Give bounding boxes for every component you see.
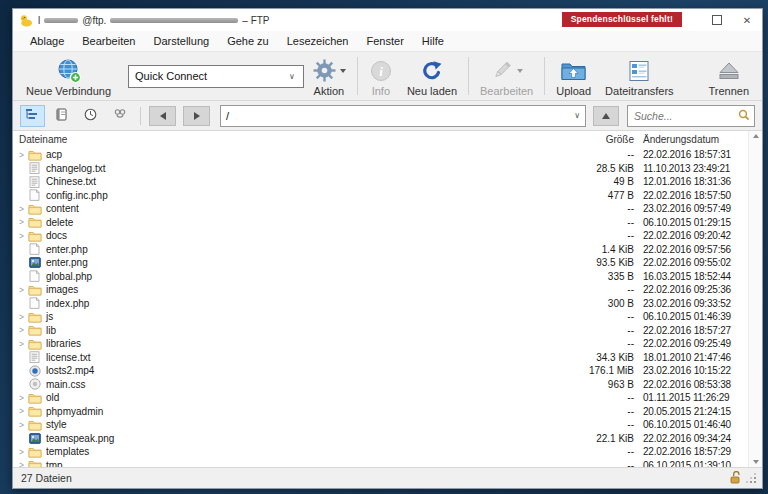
- action-button[interactable]: Aktion: [305, 53, 353, 99]
- edit-button[interactable]: Bearbeiten: [473, 53, 540, 99]
- table-row[interactable]: config.inc.php477 B22.02.2016 18:57:50: [13, 189, 762, 203]
- table-row[interactable]: index.php300 B23.02.2016 09:33:52: [13, 297, 762, 311]
- table-row[interactable]: >libraries--22.02.2016 09:25:49: [13, 337, 762, 351]
- table-row[interactable]: >style--06.10.2015 01:46:40: [13, 418, 762, 432]
- column-header-size[interactable]: Größe: [572, 134, 634, 145]
- table-row[interactable]: enter.php1.4 KiB22.02.2016 09:57:56: [13, 243, 762, 257]
- bonjour-toggle[interactable]: [107, 105, 132, 127]
- folder-icon: [27, 405, 42, 417]
- upload-button[interactable]: Upload: [549, 53, 598, 99]
- file-name-cell: index.php: [13, 297, 572, 309]
- info-button[interactable]: i Info: [362, 53, 400, 99]
- disclosure-chevron-icon[interactable]: >: [13, 150, 27, 160]
- disclosure-chevron-icon[interactable]: >: [13, 231, 27, 241]
- transfers-button[interactable]: Dateitransfers: [598, 53, 680, 99]
- disclosure-chevron-icon[interactable]: >: [13, 460, 27, 467]
- donation-key-missing-badge[interactable]: Spendenschlüssel fehlt!: [562, 12, 682, 27]
- file-name: images: [46, 284, 78, 295]
- table-row[interactable]: losts2.mp4176.1 MiB23.02.2016 10:15:22: [13, 364, 762, 378]
- disclosure-chevron-icon[interactable]: >: [13, 393, 27, 403]
- file-modified: 11.10.2013 23:49:21: [634, 163, 747, 174]
- scroll-up-icon[interactable]: [753, 134, 759, 138]
- file-modified: 22.02.2016 09:34:24: [634, 433, 747, 444]
- file-name: delete: [46, 217, 73, 228]
- table-row[interactable]: >delete--06.10.2015 01:29:15: [13, 216, 762, 230]
- file-size: --: [572, 230, 634, 241]
- reload-button[interactable]: Neu laden: [400, 53, 464, 99]
- disclosure-chevron-icon[interactable]: >: [13, 217, 27, 227]
- disclosure-chevron-icon[interactable]: >: [13, 285, 27, 295]
- close-button[interactable]: ✕: [732, 9, 762, 31]
- table-row[interactable]: >tmp--06.10.2015 01:39:10: [13, 459, 762, 468]
- scroll-down-icon[interactable]: [753, 460, 759, 464]
- column-header-name[interactable]: Dateiname: [13, 134, 572, 145]
- disclosure-chevron-icon[interactable]: >: [13, 204, 27, 214]
- back-button[interactable]: [149, 106, 176, 126]
- table-row[interactable]: teamspeak.png22.1 KiB22.02.2016 09:34:24: [13, 432, 762, 446]
- file-size: --: [572, 203, 634, 214]
- table-row[interactable]: >content--23.02.2016 09:57:49: [13, 202, 762, 216]
- table-row[interactable]: >js--06.10.2015 01:46:39: [13, 310, 762, 324]
- table-row[interactable]: >lib--22.02.2016 18:57:27: [13, 324, 762, 338]
- file-size: --: [572, 149, 634, 160]
- resize-grip[interactable]: [746, 473, 756, 483]
- disclosure-chevron-icon[interactable]: >: [13, 339, 27, 349]
- table-row[interactable]: Chinese.txt49 B12.01.2016 18:31:36: [13, 175, 762, 189]
- table-row[interactable]: enter.png93.5 KiB22.02.2016 09:55:02: [13, 256, 762, 270]
- parent-directory-button[interactable]: [593, 106, 619, 126]
- disclosure-chevron-icon[interactable]: >: [13, 325, 27, 335]
- quick-connect-combobox[interactable]: [128, 65, 304, 88]
- vertical-scrollbar[interactable]: [748, 131, 762, 467]
- search-input[interactable]: [632, 109, 738, 123]
- new-connection-button[interactable]: Neue Verbindung: [19, 53, 118, 99]
- file-name-cell: >tmp: [13, 459, 572, 467]
- table-row[interactable]: global.php335 B16.03.2015 18:52:44: [13, 270, 762, 284]
- menu-item-ablage[interactable]: Ablage: [21, 33, 73, 49]
- transfers-window-icon: [627, 58, 651, 84]
- menu-item-fenster[interactable]: Fenster: [358, 33, 413, 49]
- browser-view-toggle[interactable]: [20, 105, 45, 127]
- menu-item-gehe-zu[interactable]: Gehe zu: [218, 33, 278, 49]
- table-row[interactable]: changelog.txt28.5 KiB11.10.2013 23:49:21: [13, 162, 762, 176]
- path-combobox[interactable]: / ∨: [220, 105, 586, 127]
- menu-item-darstellung[interactable]: Darstellung: [144, 33, 218, 49]
- folder-icon: [27, 284, 42, 296]
- file-modified: 22.02.2016 18:57:29: [634, 446, 747, 457]
- file-name-cell: >templates: [13, 446, 572, 458]
- disclosure-chevron-icon[interactable]: >: [13, 406, 27, 416]
- disclosure-chevron-icon[interactable]: >: [13, 447, 27, 457]
- file-modified: 16.03.2015 18:52:44: [634, 271, 747, 282]
- menu-item-bearbeiten[interactable]: Bearbeiten: [73, 33, 144, 49]
- file-modified: 06.10.2015 01:46:39: [634, 311, 747, 322]
- file-modified: 22.02.2016 18:57:27: [634, 325, 747, 336]
- menu-item-lesezeichen[interactable]: Lesezeichen: [278, 33, 358, 49]
- bookmarks-toggle[interactable]: [49, 105, 74, 127]
- table-row[interactable]: >images--22.02.2016 09:25:36: [13, 283, 762, 297]
- table-row[interactable]: >docs--22.02.2016 09:20:42: [13, 229, 762, 243]
- file-size: 49 B: [572, 176, 634, 187]
- maximize-button[interactable]: [702, 9, 732, 31]
- table-row[interactable]: >templates--22.02.2016 18:57:29: [13, 445, 762, 459]
- file-name-cell: losts2.mp4: [13, 365, 572, 377]
- dropdown-caret-icon: [340, 69, 346, 73]
- disclosure-chevron-icon[interactable]: >: [13, 312, 27, 322]
- table-row[interactable]: license.txt34.3 KiB18.01.2010 21:47:46: [13, 351, 762, 365]
- table-row[interactable]: >acp--22.02.2016 18:57:31: [13, 148, 762, 162]
- clock-icon: [84, 107, 97, 125]
- eject-icon: [716, 58, 742, 84]
- file-size: 176.1 MiB: [572, 365, 634, 376]
- text-icon: [27, 162, 42, 174]
- folder-icon: [27, 338, 42, 350]
- forward-button[interactable]: [183, 106, 210, 126]
- disclosure-chevron-icon[interactable]: >: [13, 420, 27, 430]
- navigation-bar: / ∨: [13, 101, 762, 131]
- disconnect-button[interactable]: Trennen: [701, 53, 756, 99]
- file-name: config.inc.php: [46, 190, 108, 201]
- menu-item-hilfe[interactable]: Hilfe: [413, 33, 453, 49]
- table-row[interactable]: >old--01.11.2015 11:26:29: [13, 391, 762, 405]
- column-header-modified[interactable]: Änderungsdatum: [634, 134, 747, 145]
- table-row[interactable]: main.css963 B22.02.2016 08:53:38: [13, 378, 762, 392]
- redaction-bar: [110, 18, 238, 23]
- table-row[interactable]: >phpmyadmin--20.05.2015 21:24:15: [13, 405, 762, 419]
- history-toggle[interactable]: [78, 105, 103, 127]
